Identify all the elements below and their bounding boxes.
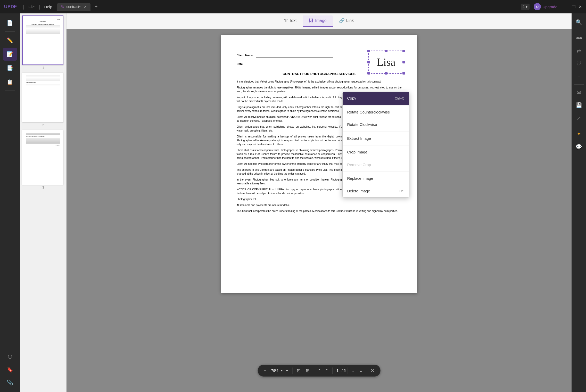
fit-width-icon: ⊞ — [306, 368, 310, 373]
date-label: Date: — [237, 62, 244, 66]
file-menu[interactable]: File — [28, 5, 35, 9]
sidebar-item-layers[interactable]: ⬡ — [3, 350, 17, 363]
page-prev-button[interactable]: ⌃ — [324, 367, 330, 374]
ctx-copy[interactable]: Copy Ctrl+C — [343, 92, 409, 105]
bottom-separator-2 — [314, 368, 314, 374]
protect-icon: 🛡 — [576, 61, 582, 67]
close-toolbar-button[interactable]: ✕ — [368, 367, 376, 374]
sidebar-item-annotate[interactable]: ✏️ — [3, 34, 17, 47]
ai-button[interactable]: ✦ — [573, 128, 585, 140]
zoom-out-icon: − — [264, 368, 267, 373]
resize-handle-bc[interactable] — [385, 72, 387, 75]
page-separator: / — [342, 369, 343, 373]
thumb-page-num-3: 3 — [22, 186, 64, 189]
search-icon: 🔍 — [576, 19, 582, 25]
ocr-button[interactable]: OCR — [573, 32, 585, 44]
right-separator-3 — [574, 126, 584, 126]
save-icon: 💾 — [576, 102, 582, 108]
save-button[interactable]: 💾 — [573, 100, 585, 111]
sidebar-item-organize[interactable]: 📑 — [3, 62, 17, 75]
ctx-rotate-cw[interactable]: Rotate Clockwise — [343, 118, 409, 131]
thumb-page-num-1: 1 — [22, 66, 64, 70]
comment-button[interactable]: 💬 — [573, 141, 585, 152]
titlebar-right: 1 ▾ U Upgrade — ❐ ✕ — [521, 3, 582, 10]
fit-page-icon: ⊡ — [297, 368, 301, 373]
close-icon: ✕ — [370, 368, 374, 373]
fit-width-button[interactable]: ⊞ — [304, 367, 312, 374]
main-layout: 📄 ✏️ 📝 📑 📋 ⬡ 🔖 📎 — [0, 13, 586, 392]
maximize-button[interactable]: ❐ — [572, 4, 575, 9]
page-next-button[interactable]: ⌄ — [350, 367, 357, 374]
resize-handle-tc[interactable] — [385, 50, 387, 52]
sidebar-item-read[interactable]: 📄 — [3, 17, 17, 29]
bottom-separator-1 — [292, 368, 293, 374]
ctx-delete[interactable]: Delete Image Del — [343, 185, 409, 198]
bottom-separator-4 — [348, 368, 348, 374]
comment-icon: 💬 — [576, 144, 582, 150]
client-name-label: Client Name: — [237, 54, 254, 57]
sidebar-separator2 — [5, 91, 15, 91]
resize-handle-mr[interactable] — [402, 61, 405, 63]
ctx-extract[interactable]: Extract Image — [343, 132, 409, 145]
ctx-crop[interactable]: Crop Image — [343, 146, 409, 159]
convert-button[interactable]: ⇄ — [573, 45, 585, 56]
titlebar: UPDF | File | Help ✎ contract* ✕ + 1 ▾ U… — [0, 0, 586, 13]
tab-image[interactable]: 🖼 Image — [303, 15, 333, 27]
sidebar-item-edit[interactable]: 📝 — [3, 48, 17, 61]
window-controls: — ❐ ✕ — [565, 4, 582, 9]
fit-page-button[interactable]: ⊡ — [295, 367, 303, 374]
tab-text[interactable]: T Text — [278, 15, 303, 27]
top-toolbar: T Text 🖼 Image 🔗 Link — [67, 13, 572, 29]
page-nav-arrow[interactable]: ▾ — [526, 5, 527, 9]
zoom-dropdown-button[interactable]: ▾ — [281, 369, 283, 372]
ctx-remove-crop[interactable]: Remove Crop — [343, 159, 409, 171]
upgrade-button[interactable]: U Upgrade — [534, 3, 557, 10]
ctx-delete-label: Delete Image — [347, 188, 370, 194]
add-tab-button[interactable]: + — [95, 4, 98, 10]
export-button[interactable]: ↗ — [573, 112, 585, 124]
read-icon: 📄 — [7, 20, 13, 26]
share-button[interactable]: ↑ — [573, 71, 585, 82]
zoom-dropdown-icon: ▾ — [281, 369, 283, 372]
ctx-rotate-ccw[interactable]: Rotate Counterclockwise — [343, 106, 409, 119]
close-tab-icon[interactable]: ✕ — [84, 5, 87, 9]
page-current-input[interactable] — [334, 369, 341, 373]
page-total: 5 — [344, 369, 346, 373]
zoom-out-button[interactable]: − — [262, 367, 269, 374]
ctx-extract-label: Extract Image — [347, 136, 371, 142]
resize-handle-tl[interactable] — [367, 50, 370, 52]
left-sidebar: 📄 ✏️ 📝 📑 📋 ⬡ 🔖 📎 — [0, 13, 20, 392]
document-page: Lisa Client Name: Date: CONTRACT FOR PHO… — [221, 35, 417, 293]
page-prev-top-button[interactable]: ⌃ — [316, 367, 323, 374]
edit-icon: 📝 — [7, 51, 13, 57]
tab-link[interactable]: 🔗 Link — [333, 15, 360, 27]
signature-image-container[interactable]: Lisa — [368, 51, 404, 74]
ctx-separator-2 — [343, 132, 409, 132]
resize-handle-bl[interactable] — [367, 72, 370, 75]
ai-icon: ✦ — [577, 131, 581, 137]
resize-handle-br[interactable] — [402, 72, 405, 75]
sidebar-item-bookmarks[interactable]: 🔖 — [3, 363, 17, 376]
document-tab[interactable]: ✎ contract* ✕ — [57, 3, 90, 11]
thumbnail-page-1[interactable]: Lisa Client Name: CONTRACT FOR PHOTOGRAP… — [22, 15, 64, 70]
resize-handle-ml[interactable] — [367, 61, 370, 63]
resize-handle-tr[interactable] — [402, 50, 405, 52]
sidebar-separator — [5, 31, 15, 32]
close-window-button[interactable]: ✕ — [579, 4, 582, 9]
ctx-replace[interactable]: Replace Image — [343, 172, 409, 185]
ctx-separator-4 — [343, 172, 409, 172]
sidebar-item-attachments[interactable]: 📎 — [3, 376, 17, 389]
attachments-icon: 📎 — [7, 379, 13, 386]
zoom-value: 79% — [270, 369, 280, 373]
thumbnail-page-3[interactable]: RELEASE AND WAIVER OF LIABILITY Photogra… — [22, 130, 64, 189]
image-tab-icon: 🖼 — [309, 18, 313, 23]
zoom-in-button[interactable]: + — [284, 367, 291, 374]
protect-button[interactable]: 🛡 — [573, 58, 585, 69]
sidebar-item-forms[interactable]: 📋 — [3, 76, 17, 88]
thumbnail-page-2[interactable]: FOR UNDERSIGNED 2 — [22, 73, 64, 127]
minimize-button[interactable]: — — [565, 4, 569, 9]
email-button[interactable]: ✉ — [573, 87, 585, 98]
help-menu[interactable]: Help — [44, 5, 52, 9]
search-button[interactable]: 🔍 — [573, 17, 585, 28]
page-next-end-button[interactable]: ⌄ — [358, 367, 364, 374]
